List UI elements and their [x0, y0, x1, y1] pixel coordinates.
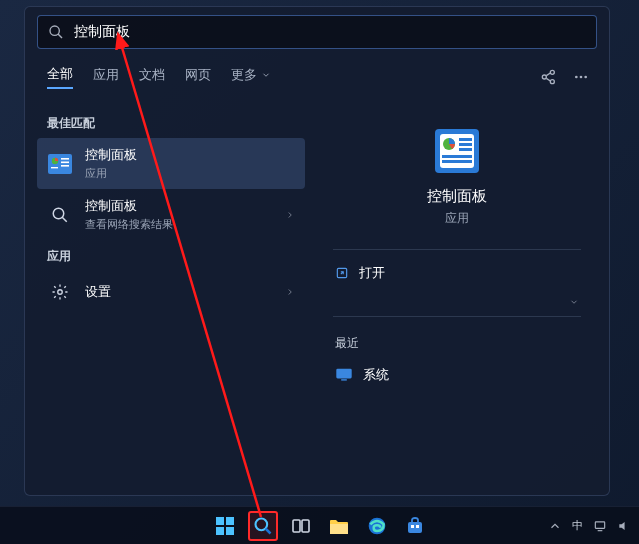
result-web-search[interactable]: 控制面板 查看网络搜索结果	[37, 189, 305, 240]
recent-item-system[interactable]: 系统	[327, 358, 587, 392]
result-sub: 应用	[85, 166, 295, 181]
svg-rect-13	[61, 161, 69, 163]
svg-rect-15	[51, 167, 58, 168]
svg-rect-28	[336, 369, 351, 379]
svg-rect-31	[226, 517, 234, 525]
svg-point-9	[584, 76, 587, 79]
svg-rect-14	[61, 165, 69, 167]
system-tray: 中	[548, 518, 631, 533]
svg-rect-29	[341, 379, 347, 380]
preview-title: 控制面板	[327, 187, 587, 206]
search-taskbar-button[interactable]	[248, 511, 278, 541]
tray-chevron-up-icon[interactable]	[548, 519, 562, 533]
recent-item-label: 系统	[363, 366, 389, 384]
svg-line-6	[546, 78, 550, 81]
open-icon	[335, 266, 349, 280]
svg-rect-25	[442, 155, 472, 158]
svg-point-2	[550, 70, 554, 74]
svg-line-17	[62, 217, 67, 222]
tab-documents[interactable]: 文档	[139, 66, 165, 88]
best-match-heading: 最佳匹配	[37, 107, 305, 138]
divider	[333, 249, 581, 250]
open-action[interactable]: 打开	[327, 254, 587, 292]
svg-point-3	[542, 75, 546, 79]
result-label: 控制面板	[85, 197, 285, 215]
taskbar: 中	[0, 506, 639, 544]
divider	[333, 316, 581, 317]
apps-heading: 应用	[37, 240, 305, 271]
search-icon	[48, 24, 64, 40]
network-icon[interactable]	[593, 519, 607, 533]
preview-pane: 控制面板 应用 打开 最近 系统	[317, 107, 597, 392]
result-settings[interactable]: 设置	[37, 271, 305, 313]
volume-icon[interactable]	[617, 519, 631, 533]
svg-rect-42	[416, 525, 419, 528]
search-input[interactable]	[74, 24, 586, 40]
svg-point-16	[53, 208, 64, 219]
tab-all[interactable]: 全部	[47, 65, 73, 89]
preview-subtitle: 应用	[327, 210, 587, 227]
svg-line-5	[546, 73, 550, 76]
svg-rect-32	[216, 527, 224, 535]
svg-rect-41	[411, 525, 414, 528]
search-panel: 全部 应用 文档 网页 更多 最佳匹配	[24, 6, 610, 496]
results-left-column: 最佳匹配	[37, 107, 305, 392]
svg-rect-26	[442, 160, 472, 163]
results-content: 最佳匹配	[25, 97, 609, 392]
search-box[interactable]	[37, 15, 597, 49]
svg-line-1	[58, 34, 62, 38]
chevron-down-icon	[261, 70, 271, 80]
result-control-panel[interactable]: 控制面板 应用	[37, 138, 305, 189]
svg-point-7	[575, 76, 578, 79]
svg-rect-22	[459, 138, 472, 141]
monitor-icon	[335, 368, 353, 382]
svg-rect-37	[302, 520, 309, 532]
chevron-right-icon	[285, 210, 295, 220]
svg-rect-12	[61, 158, 69, 160]
result-label: 设置	[85, 283, 285, 301]
svg-point-18	[58, 290, 63, 295]
search-icon	[47, 202, 73, 228]
svg-line-35	[265, 528, 270, 533]
control-panel-icon	[435, 129, 479, 173]
svg-rect-24	[459, 148, 472, 151]
share-icon[interactable]	[541, 69, 557, 85]
gear-icon	[47, 279, 73, 305]
svg-rect-40	[408, 522, 422, 533]
search-tabs: 全部 应用 文档 网页 更多	[25, 55, 609, 97]
edge-button[interactable]	[362, 511, 392, 541]
start-button[interactable]	[210, 511, 240, 541]
open-label: 打开	[359, 264, 385, 282]
tab-more[interactable]: 更多	[231, 66, 271, 88]
svg-point-4	[550, 80, 554, 84]
control-panel-icon	[47, 151, 73, 177]
svg-rect-23	[459, 143, 472, 146]
store-button[interactable]	[400, 511, 430, 541]
more-actions[interactable]	[327, 292, 587, 312]
recent-heading: 最近	[327, 321, 587, 358]
svg-point-34	[255, 518, 267, 530]
chevron-down-icon	[569, 297, 579, 307]
svg-rect-43	[595, 521, 604, 527]
more-options-icon[interactable]	[573, 69, 589, 85]
tab-web[interactable]: 网页	[185, 66, 211, 88]
svg-point-8	[580, 76, 583, 79]
svg-point-0	[50, 26, 59, 35]
task-view-button[interactable]	[286, 511, 316, 541]
ime-indicator[interactable]: 中	[572, 518, 583, 533]
result-label: 控制面板	[85, 146, 295, 164]
svg-rect-36	[293, 520, 300, 532]
chevron-right-icon	[285, 287, 295, 297]
svg-rect-38	[330, 524, 348, 534]
tab-apps[interactable]: 应用	[93, 66, 119, 88]
result-sub: 查看网络搜索结果	[85, 217, 285, 232]
svg-rect-33	[226, 527, 234, 535]
file-explorer-button[interactable]	[324, 511, 354, 541]
svg-rect-30	[216, 517, 224, 525]
svg-rect-10	[49, 155, 71, 173]
